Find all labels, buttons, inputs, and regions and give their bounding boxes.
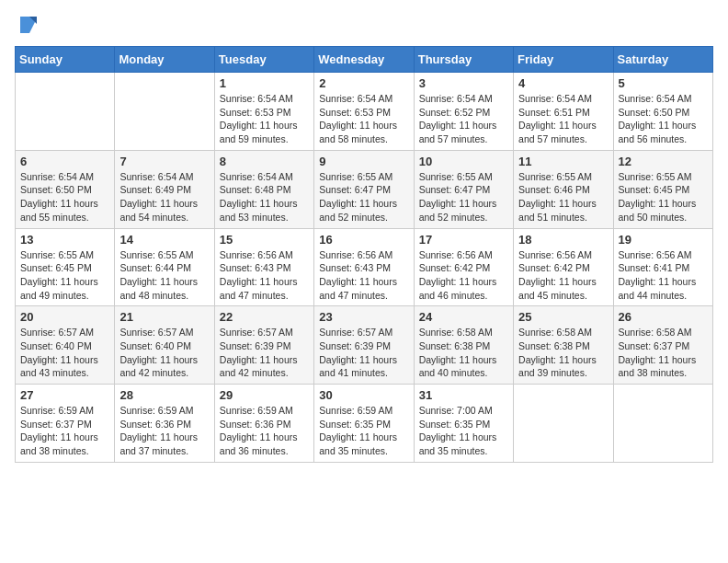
day-number: 9 xyxy=(319,155,408,168)
header-wednesday: Wednesday xyxy=(314,47,414,73)
day-number: 22 xyxy=(220,310,309,324)
day-number: 27 xyxy=(20,388,109,402)
day-info: Sunrise: 6:54 AM Sunset: 6:53 PM Dayligh… xyxy=(220,92,309,146)
day-number: 16 xyxy=(319,233,408,247)
day-info: Sunrise: 6:59 AM Sunset: 6:36 PM Dayligh… xyxy=(220,404,309,458)
calendar-cell: 12Sunrise: 6:55 AM Sunset: 6:45 PM Dayli… xyxy=(613,150,712,228)
calendar-cell: 21Sunrise: 6:57 AM Sunset: 6:40 PM Dayli… xyxy=(115,306,214,385)
day-info: Sunrise: 6:54 AM Sunset: 6:48 PM Dayligh… xyxy=(220,170,309,224)
day-number: 24 xyxy=(419,310,508,324)
calendar-cell: 31Sunrise: 7:00 AM Sunset: 6:35 PM Dayli… xyxy=(414,385,513,463)
day-number: 6 xyxy=(20,155,109,168)
day-info: Sunrise: 6:55 AM Sunset: 6:46 PM Dayligh… xyxy=(518,170,608,224)
day-info: Sunrise: 6:54 AM Sunset: 6:51 PM Dayligh… xyxy=(518,92,608,146)
page-header xyxy=(15,15,713,35)
calendar-cell: 6Sunrise: 6:54 AM Sunset: 6:50 PM Daylig… xyxy=(16,150,115,228)
header-sunday: Sunday xyxy=(16,47,115,73)
day-info: Sunrise: 6:55 AM Sunset: 6:47 PM Dayligh… xyxy=(419,170,508,224)
day-info: Sunrise: 7:00 AM Sunset: 6:35 PM Dayligh… xyxy=(419,404,508,458)
day-number: 23 xyxy=(319,310,408,324)
calendar-cell: 3Sunrise: 6:54 AM Sunset: 6:52 PM Daylig… xyxy=(414,73,513,151)
calendar-cell: 7Sunrise: 6:54 AM Sunset: 6:49 PM Daylig… xyxy=(115,150,214,228)
day-number: 26 xyxy=(619,310,708,324)
calendar-cell xyxy=(16,73,115,151)
day-number: 15 xyxy=(220,233,309,247)
header-monday: Monday xyxy=(115,47,214,73)
logo xyxy=(15,15,37,35)
day-number: 1 xyxy=(220,76,309,90)
calendar-cell xyxy=(115,73,214,151)
day-number: 29 xyxy=(220,388,309,402)
day-info: Sunrise: 6:55 AM Sunset: 6:45 PM Dayligh… xyxy=(20,248,109,303)
calendar-cell: 4Sunrise: 6:54 AM Sunset: 6:51 PM Daylig… xyxy=(514,73,613,151)
day-number: 11 xyxy=(518,155,608,168)
day-number: 31 xyxy=(419,388,508,402)
day-number: 30 xyxy=(319,388,408,402)
calendar-cell: 25Sunrise: 6:58 AM Sunset: 6:38 PM Dayli… xyxy=(514,306,613,385)
calendar-cell: 2Sunrise: 6:54 AM Sunset: 6:53 PM Daylig… xyxy=(314,73,414,151)
calendar-cell: 9Sunrise: 6:55 AM Sunset: 6:47 PM Daylig… xyxy=(314,150,414,228)
day-number: 10 xyxy=(419,155,508,168)
calendar-cell: 17Sunrise: 6:56 AM Sunset: 6:42 PM Dayli… xyxy=(414,228,513,306)
day-number: 20 xyxy=(20,310,109,324)
day-number: 8 xyxy=(220,155,309,168)
calendar-cell: 15Sunrise: 6:56 AM Sunset: 6:43 PM Dayli… xyxy=(214,228,313,306)
day-info: Sunrise: 6:59 AM Sunset: 6:36 PM Dayligh… xyxy=(119,404,209,458)
day-info: Sunrise: 6:57 AM Sunset: 6:39 PM Dayligh… xyxy=(319,326,408,380)
day-number: 5 xyxy=(619,76,708,90)
day-info: Sunrise: 6:56 AM Sunset: 6:42 PM Dayligh… xyxy=(419,248,508,303)
day-info: Sunrise: 6:54 AM Sunset: 6:50 PM Dayligh… xyxy=(20,170,109,224)
calendar-cell: 11Sunrise: 6:55 AM Sunset: 6:46 PM Dayli… xyxy=(514,150,613,228)
calendar-header-row: SundayMondayTuesdayWednesdayThursdayFrid… xyxy=(16,47,713,73)
day-info: Sunrise: 6:54 AM Sunset: 6:50 PM Dayligh… xyxy=(619,92,708,146)
calendar-cell: 22Sunrise: 6:57 AM Sunset: 6:39 PM Dayli… xyxy=(214,306,313,385)
day-number: 19 xyxy=(619,233,708,247)
day-info: Sunrise: 6:56 AM Sunset: 6:42 PM Dayligh… xyxy=(518,248,608,303)
calendar-cell: 1Sunrise: 6:54 AM Sunset: 6:53 PM Daylig… xyxy=(214,73,313,151)
day-number: 18 xyxy=(518,233,608,247)
calendar-cell: 19Sunrise: 6:56 AM Sunset: 6:41 PM Dayli… xyxy=(613,228,712,306)
day-info: Sunrise: 6:58 AM Sunset: 6:37 PM Dayligh… xyxy=(619,326,708,380)
day-info: Sunrise: 6:55 AM Sunset: 6:45 PM Dayligh… xyxy=(619,170,708,224)
logo-icon xyxy=(17,15,37,35)
day-number: 2 xyxy=(319,76,408,90)
header-saturday: Saturday xyxy=(613,47,712,73)
day-info: Sunrise: 6:55 AM Sunset: 6:47 PM Dayligh… xyxy=(319,170,408,224)
day-info: Sunrise: 6:57 AM Sunset: 6:40 PM Dayligh… xyxy=(20,326,109,380)
calendar-cell xyxy=(613,385,712,463)
day-info: Sunrise: 6:55 AM Sunset: 6:44 PM Dayligh… xyxy=(119,248,209,303)
week-row-2: 6Sunrise: 6:54 AM Sunset: 6:50 PM Daylig… xyxy=(16,150,713,228)
calendar-cell xyxy=(514,385,613,463)
calendar-cell: 30Sunrise: 6:59 AM Sunset: 6:35 PM Dayli… xyxy=(314,385,414,463)
header-thursday: Thursday xyxy=(414,47,513,73)
day-number: 13 xyxy=(20,233,109,247)
day-info: Sunrise: 6:56 AM Sunset: 6:43 PM Dayligh… xyxy=(220,248,309,303)
day-info: Sunrise: 6:56 AM Sunset: 6:41 PM Dayligh… xyxy=(619,248,708,303)
calendar-cell: 16Sunrise: 6:56 AM Sunset: 6:43 PM Dayli… xyxy=(314,228,414,306)
day-info: Sunrise: 6:54 AM Sunset: 6:52 PM Dayligh… xyxy=(419,92,508,146)
day-info: Sunrise: 6:59 AM Sunset: 6:35 PM Dayligh… xyxy=(319,404,408,458)
calendar-table: SundayMondayTuesdayWednesdayThursdayFrid… xyxy=(15,46,713,463)
day-info: Sunrise: 6:58 AM Sunset: 6:38 PM Dayligh… xyxy=(518,326,608,380)
calendar-cell: 27Sunrise: 6:59 AM Sunset: 6:37 PM Dayli… xyxy=(16,385,115,463)
calendar-cell: 29Sunrise: 6:59 AM Sunset: 6:36 PM Dayli… xyxy=(214,385,313,463)
calendar-cell: 20Sunrise: 6:57 AM Sunset: 6:40 PM Dayli… xyxy=(16,306,115,385)
day-number: 14 xyxy=(119,233,209,247)
calendar-cell: 24Sunrise: 6:58 AM Sunset: 6:38 PM Dayli… xyxy=(414,306,513,385)
calendar-cell: 10Sunrise: 6:55 AM Sunset: 6:47 PM Dayli… xyxy=(414,150,513,228)
calendar-cell: 13Sunrise: 6:55 AM Sunset: 6:45 PM Dayli… xyxy=(16,228,115,306)
header-tuesday: Tuesday xyxy=(214,47,313,73)
day-number: 25 xyxy=(518,310,608,324)
header-friday: Friday xyxy=(514,47,613,73)
calendar-cell: 23Sunrise: 6:57 AM Sunset: 6:39 PM Dayli… xyxy=(314,306,414,385)
day-info: Sunrise: 6:54 AM Sunset: 6:53 PM Dayligh… xyxy=(319,92,408,146)
day-number: 3 xyxy=(419,76,508,90)
calendar-cell: 28Sunrise: 6:59 AM Sunset: 6:36 PM Dayli… xyxy=(115,385,214,463)
week-row-5: 27Sunrise: 6:59 AM Sunset: 6:37 PM Dayli… xyxy=(16,385,713,463)
day-info: Sunrise: 6:57 AM Sunset: 6:40 PM Dayligh… xyxy=(119,326,209,380)
day-number: 28 xyxy=(119,388,209,402)
week-row-4: 20Sunrise: 6:57 AM Sunset: 6:40 PM Dayli… xyxy=(16,306,713,385)
day-number: 4 xyxy=(518,76,608,90)
calendar-cell: 8Sunrise: 6:54 AM Sunset: 6:48 PM Daylig… xyxy=(214,150,313,228)
day-info: Sunrise: 6:56 AM Sunset: 6:43 PM Dayligh… xyxy=(319,248,408,303)
